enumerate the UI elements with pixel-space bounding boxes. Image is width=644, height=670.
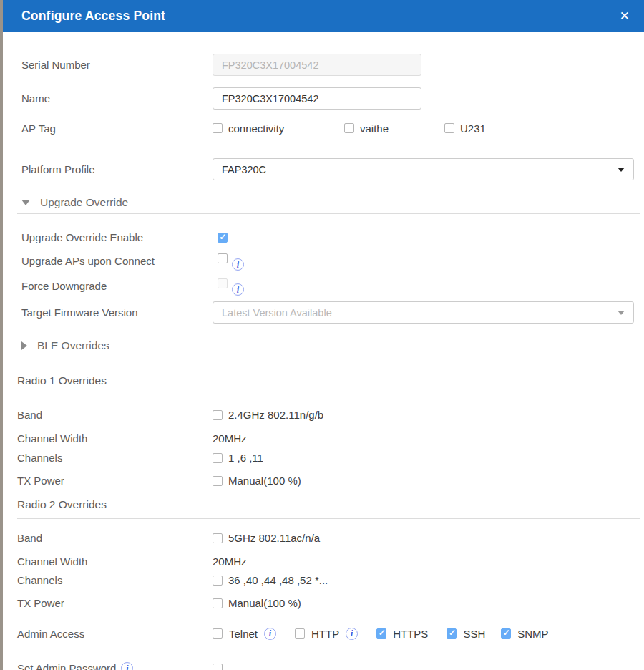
radio1-channels-row: Channels 1 ,6 ,11 bbox=[3, 452, 644, 464]
radio1-channels-label: Channels bbox=[17, 452, 213, 464]
ap-tag-option: U231 bbox=[444, 122, 486, 135]
ap-tag-option: vaithe bbox=[344, 122, 444, 135]
target-firmware-row: Target Firmware Version Latest Version A… bbox=[3, 301, 644, 324]
set-admin-password-row: Set Admin Password bbox=[3, 662, 644, 670]
set-admin-password-label-text: Set Admin Password bbox=[17, 662, 116, 670]
chevron-down-icon bbox=[618, 168, 625, 172]
ap-tag-vaithe-checkbox[interactable] bbox=[344, 123, 354, 133]
info-icon[interactable] bbox=[232, 283, 244, 296]
info-icon[interactable] bbox=[232, 258, 244, 271]
radio2-band-label: Band bbox=[17, 532, 213, 544]
ble-overrides-section-toggle[interactable]: BLE Overrides bbox=[3, 339, 644, 352]
https-checkbox[interactable] bbox=[376, 628, 386, 639]
platform-profile-row: Platform Profile FAP320C bbox=[3, 158, 644, 180]
ap-tag-label: AP Tag bbox=[21, 122, 213, 135]
radio2-channel-width-row: Channel Width 20MHz bbox=[3, 555, 644, 568]
admin-access-option: HTTP bbox=[295, 628, 358, 640]
admin-access-option: SSH bbox=[447, 628, 485, 640]
radio2-band-checkbox[interactable] bbox=[213, 533, 223, 543]
platform-profile-select[interactable]: FAP320C bbox=[213, 158, 634, 180]
admin-access-row: Admin Access Telnet HTTP HTTPS SSH bbox=[3, 626, 644, 641]
ap-tag-row: AP Tag connectivity vaithe U231 bbox=[3, 122, 644, 135]
ssh-label: SSH bbox=[463, 628, 485, 640]
radio2-channel-width-label: Channel Width bbox=[17, 555, 213, 568]
radio2-tx-power-label: TX Power bbox=[17, 597, 213, 609]
radio2-tx-power-row: TX Power Manual(100 %) bbox=[3, 597, 644, 609]
radio1-tx-power-checkbox[interactable] bbox=[213, 476, 223, 486]
target-firmware-placeholder: Latest Version Available bbox=[222, 307, 612, 319]
ap-tag-option: connectivity bbox=[213, 122, 344, 135]
radio1-band-row: Band 2.4GHz 802.11n/g/b bbox=[3, 409, 644, 421]
ap-tag-u231-label: U231 bbox=[460, 122, 486, 135]
target-firmware-label: Target Firmware Version bbox=[21, 306, 213, 319]
ap-tag-connectivity-checkbox[interactable] bbox=[213, 123, 223, 133]
radio1-tx-power-label: TX Power bbox=[17, 475, 213, 487]
radio1-channels-value: 1 ,6 ,11 bbox=[228, 452, 263, 464]
force-downgrade-checkbox bbox=[218, 278, 228, 288]
section-divider bbox=[17, 213, 640, 214]
chevron-down-icon bbox=[618, 311, 625, 315]
upgrade-override-section-title: Upgrade Override bbox=[40, 196, 128, 209]
dialog-title: Configure Access Point bbox=[21, 9, 165, 24]
name-label: Name bbox=[21, 92, 213, 105]
radio2-channels-value: 36 ,40 ,44 ,48 ,52 *... bbox=[228, 574, 328, 586]
serial-number-row: Serial Number bbox=[3, 54, 644, 76]
serial-number-label: Serial Number bbox=[21, 59, 213, 71]
ssh-checkbox[interactable] bbox=[447, 628, 457, 639]
name-row: Name bbox=[3, 87, 644, 110]
radio1-band-label: Band bbox=[17, 409, 213, 421]
collapse-arrow-right-icon bbox=[21, 341, 27, 350]
radio1-channel-width-value: 20MHz bbox=[213, 432, 247, 445]
http-checkbox[interactable] bbox=[295, 628, 305, 639]
telnet-label: Telnet bbox=[229, 628, 258, 640]
upgrade-aps-checkbox[interactable] bbox=[218, 253, 228, 263]
info-icon[interactable] bbox=[264, 628, 276, 640]
radio1-section-title: Radio 1 Overrides bbox=[3, 374, 644, 387]
set-admin-password-label: Set Admin Password bbox=[17, 662, 213, 670]
radio1-tx-power-row: TX Power Manual(100 %) bbox=[3, 475, 644, 487]
admin-access-label: Admin Access bbox=[17, 628, 213, 640]
ap-tag-vaithe-label: vaithe bbox=[360, 122, 389, 135]
radio1-tx-power-value: Manual(100 %) bbox=[228, 475, 301, 487]
upgrade-aps-label: Upgrade APs upon Connect bbox=[21, 255, 213, 267]
radio1-band-checkbox[interactable] bbox=[213, 410, 223, 420]
set-admin-password-checkbox[interactable] bbox=[213, 664, 223, 670]
https-label: HTTPS bbox=[393, 628, 428, 640]
info-icon[interactable] bbox=[346, 628, 358, 640]
section-divider bbox=[17, 397, 640, 397]
admin-access-option: SNMP bbox=[501, 628, 548, 640]
radio2-channels-row: Channels 36 ,40 ,44 ,48 ,52 *... bbox=[3, 574, 644, 586]
snmp-label: SNMP bbox=[517, 628, 548, 640]
dialog-header: Configure Access Point ✕ bbox=[0, 0, 644, 32]
radio2-section-title: Radio 2 Overrides bbox=[3, 498, 644, 511]
dialog-body: Serial Number Name AP Tag connectivity v… bbox=[3, 32, 644, 670]
snmp-checkbox[interactable] bbox=[501, 628, 511, 639]
name-input[interactable] bbox=[213, 87, 421, 110]
upgrade-aps-row: Upgrade APs upon Connect bbox=[3, 253, 644, 271]
telnet-checkbox[interactable] bbox=[213, 628, 223, 639]
platform-profile-value: FAP320C bbox=[222, 164, 612, 175]
radio2-tx-power-checkbox[interactable] bbox=[213, 598, 223, 608]
ap-tag-u231-checkbox[interactable] bbox=[444, 123, 454, 133]
radio2-channels-checkbox[interactable] bbox=[213, 576, 223, 586]
ap-tag-connectivity-label: connectivity bbox=[228, 122, 284, 135]
radio1-channels-checkbox[interactable] bbox=[213, 453, 223, 463]
admin-access-option: HTTPS bbox=[376, 628, 428, 640]
close-icon[interactable]: ✕ bbox=[618, 9, 631, 24]
force-downgrade-row: Force Downgrade bbox=[3, 278, 644, 296]
upgrade-override-enable-label: Upgrade Override Enable bbox=[21, 231, 213, 243]
collapse-arrow-down-icon bbox=[21, 200, 30, 205]
serial-number-input bbox=[213, 54, 421, 76]
upgrade-override-section-toggle[interactable]: Upgrade Override bbox=[3, 196, 644, 209]
radio2-tx-power-value: Manual(100 %) bbox=[228, 597, 301, 609]
force-downgrade-label: Force Downgrade bbox=[21, 280, 213, 292]
radio1-channel-width-label: Channel Width bbox=[17, 432, 213, 445]
radio2-band-value: 5GHz 802.11ac/n/a bbox=[228, 532, 320, 544]
radio2-band-row: Band 5GHz 802.11ac/n/a bbox=[3, 532, 644, 544]
radio2-channels-label: Channels bbox=[17, 574, 213, 586]
target-firmware-select[interactable]: Latest Version Available bbox=[213, 301, 634, 324]
info-icon[interactable] bbox=[121, 662, 133, 670]
upgrade-override-enable-checkbox[interactable] bbox=[218, 233, 228, 243]
section-divider bbox=[17, 518, 640, 519]
admin-access-option: Telnet bbox=[213, 628, 276, 640]
